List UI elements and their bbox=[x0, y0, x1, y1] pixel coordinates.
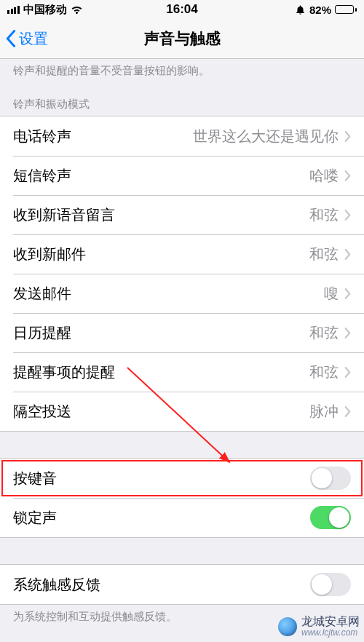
sound-value: 嗖 bbox=[324, 284, 339, 304]
sound-label: 电话铃声 bbox=[13, 127, 193, 146]
haptics-group: 系统触感反馈 bbox=[0, 564, 364, 605]
lock-sound-label: 锁定声 bbox=[13, 508, 310, 528]
chevron-right-icon bbox=[344, 249, 351, 260]
row-sound-3[interactable]: 收到新邮件和弦 bbox=[0, 234, 364, 274]
row-sound-2[interactable]: 收到新语音留言和弦 bbox=[0, 195, 364, 234]
sound-label: 短信铃声 bbox=[13, 166, 309, 186]
status-time: 16:04 bbox=[166, 2, 197, 17]
sound-value: 脉冲 bbox=[309, 402, 339, 421]
system-haptics-label: 系统触感反馈 bbox=[13, 575, 310, 595]
chevron-right-icon bbox=[344, 288, 351, 299]
sound-value: 和弦 bbox=[309, 205, 339, 225]
watermark: 龙城安卓网 www.lcjtw.com bbox=[278, 615, 360, 638]
chevron-right-icon bbox=[344, 131, 351, 142]
back-label: 设置 bbox=[19, 29, 48, 49]
sound-value: 和弦 bbox=[309, 245, 339, 264]
chevron-right-icon bbox=[344, 170, 351, 181]
sound-label: 收到新语音留言 bbox=[13, 205, 309, 225]
alarm-icon bbox=[295, 4, 306, 15]
system-haptics-switch[interactable] bbox=[310, 573, 351, 596]
lock-sound-switch[interactable] bbox=[310, 506, 351, 529]
toggles-group: 按键音 锁定声 bbox=[0, 458, 364, 538]
chevron-right-icon bbox=[344, 367, 351, 378]
sound-label: 发送邮件 bbox=[13, 284, 324, 304]
row-sound-5[interactable]: 日历提醒和弦 bbox=[0, 313, 364, 352]
sound-label: 提醒事项的提醒 bbox=[13, 362, 309, 382]
row-system-haptics[interactable]: 系统触感反馈 bbox=[0, 565, 364, 604]
row-sound-4[interactable]: 发送邮件嗖 bbox=[0, 274, 364, 313]
status-left: 中国移动 bbox=[7, 3, 83, 17]
status-right: 82% bbox=[295, 4, 357, 16]
chevron-right-icon bbox=[344, 328, 351, 338]
row-sound-7[interactable]: 隔空投送脉冲 bbox=[0, 392, 364, 431]
watermark-title: 龙城安卓网 bbox=[301, 615, 360, 628]
chevron-right-icon bbox=[344, 210, 351, 221]
nav-bar: 设置 声音与触感 bbox=[0, 19, 364, 59]
volume-hint: 铃声和提醒的音量不受音量按钮的影响。 bbox=[0, 59, 364, 83]
sound-label: 隔空投送 bbox=[13, 402, 309, 421]
signal-icon bbox=[7, 6, 20, 14]
back-button[interactable]: 设置 bbox=[0, 29, 48, 49]
status-bar: 中国移动 16:04 82% bbox=[0, 0, 364, 19]
sound-value: 哈喽 bbox=[309, 166, 339, 186]
battery-percent: 82% bbox=[309, 4, 331, 16]
watermark-logo bbox=[278, 617, 297, 636]
section-header-sounds: 铃声和振动模式 bbox=[0, 83, 364, 116]
sound-value: 和弦 bbox=[309, 362, 339, 382]
row-sound-0[interactable]: 电话铃声世界这么大还是遇见你 bbox=[0, 116, 364, 156]
row-lock-sound[interactable]: 锁定声 bbox=[0, 498, 364, 537]
battery-icon bbox=[335, 5, 357, 14]
chevron-left-icon bbox=[6, 30, 16, 47]
row-sound-1[interactable]: 短信铃声哈喽 bbox=[0, 156, 364, 195]
sound-label: 日历提醒 bbox=[13, 323, 309, 343]
keyboard-click-label: 按键音 bbox=[13, 469, 310, 488]
wifi-icon bbox=[71, 5, 83, 15]
sound-label: 收到新邮件 bbox=[13, 245, 309, 264]
sounds-group: 电话铃声世界这么大还是遇见你短信铃声哈喽收到新语音留言和弦收到新邮件和弦发送邮件… bbox=[0, 116, 364, 432]
watermark-url: www.lcjtw.com bbox=[301, 628, 360, 638]
sound-value: 和弦 bbox=[309, 323, 339, 343]
row-keyboard-click[interactable]: 按键音 bbox=[0, 459, 364, 498]
page-title: 声音与触感 bbox=[144, 28, 221, 49]
chevron-right-icon bbox=[344, 406, 351, 417]
keyboard-click-switch[interactable] bbox=[310, 467, 351, 490]
carrier-label: 中国移动 bbox=[23, 3, 67, 17]
row-sound-6[interactable]: 提醒事项的提醒和弦 bbox=[0, 352, 364, 392]
sound-value: 世界这么大还是遇见你 bbox=[193, 127, 339, 146]
